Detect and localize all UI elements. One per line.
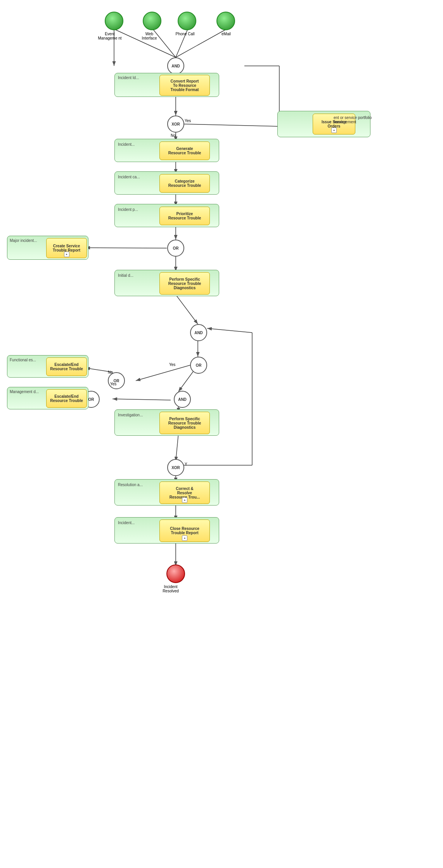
activity-escalate-end-2[interactable]: Management d... Escalate/EndResource Tro…	[7, 387, 88, 409]
gateway-or-2: OR	[190, 357, 207, 374]
task-perform-specific-diagnostics-1[interactable]: Perform SpecificResource TroubleDiagnost…	[159, 272, 210, 295]
start-label-phone-call: Phone Call	[171, 32, 199, 36]
activity-label-generate: Incident...	[118, 142, 135, 147]
activity-escalate-end-1[interactable]: Functional es... Escalate/EndResource Tr…	[7, 355, 88, 378]
start-label-event-management: Event Manageme nt	[96, 32, 123, 40]
label-service-portfolio: ent or service portfoliomanagement	[334, 116, 388, 124]
activity-prioritize-resource-trouble[interactable]: Incident p... PrioritizeResource Trouble	[114, 204, 219, 227]
activity-issue-service-orders[interactable]: Issue ServiceOrders +	[277, 111, 370, 137]
label-no-1: No	[171, 133, 176, 138]
task-correct-resolve[interactable]: Correct &ResolveResource Trou... +	[159, 481, 210, 504]
task-perform-specific-diagnostics-2[interactable]: Perform SpecificResource TroubleDiagnost…	[159, 412, 210, 434]
start-label-web-interface: WebInterface	[136, 32, 163, 40]
task-convert-report[interactable]: Convert ReportTo ResourceTrouble Format	[159, 75, 210, 96]
task-categorize-resource-trouble[interactable]: CategorizeResource Trouble	[159, 174, 210, 193]
activity-perform-specific-diagnostics-2[interactable]: Investigation... Perform SpecificResourc…	[114, 409, 219, 436]
label-yes-2: Yes	[169, 362, 175, 367]
activity-correct-resolve[interactable]: Resolution a... Correct &ResolveResource…	[114, 479, 219, 506]
task-escalate-end-2[interactable]: Escalate/EndResource Trouble	[46, 389, 87, 408]
gateway-and-3: AND	[174, 391, 191, 408]
activity-label-investigation: Investigation...	[118, 413, 143, 417]
svg-line-15	[176, 295, 198, 324]
task-generate-resource-trouble[interactable]: GenerateResource Trouble	[159, 142, 210, 160]
activity-perform-specific-diagnostics-1[interactable]: Initial d... Perform SpecificResource Tr…	[114, 270, 219, 296]
activity-close-resource-trouble-report[interactable]: Incident... Close ResourceTrouble Report…	[114, 517, 219, 544]
gateway-xor-2: XOR	[167, 459, 184, 476]
svg-line-23	[176, 433, 178, 461]
end-label-incident-resolved: IncidentResolved	[157, 585, 184, 593]
start-node-email	[216, 12, 235, 30]
label-no-3: No	[108, 370, 113, 374]
activity-label-initial-d: Initial d...	[118, 273, 133, 278]
svg-line-13	[85, 248, 167, 248]
activity-label-escalate-1: Functional es...	[10, 358, 36, 362]
activity-label-convert: Incident Id...	[118, 76, 139, 80]
svg-line-20	[112, 399, 171, 400]
gateway-and-2: AND	[190, 324, 207, 341]
activity-label-create-service: Major incident...	[10, 238, 37, 243]
label-yes-1: Yes	[185, 119, 191, 123]
activity-convert-report[interactable]: Incident Id... Convert ReportTo Resource…	[114, 73, 219, 97]
activity-categorize-resource-trouble[interactable]: Incident ca... CategorizeResource Troubl…	[114, 171, 219, 195]
task-close-resource-trouble-report[interactable]: Close ResourceTrouble Report +	[159, 519, 210, 542]
activity-label-escalate-2: Management d...	[10, 390, 39, 394]
gateway-xor-1: XOR	[167, 116, 184, 133]
svg-line-17	[136, 365, 190, 381]
activity-label-resolution: Resolution a...	[118, 483, 143, 487]
diagram-container: Event Manageme nt WebInterface Phone Cal…	[0, 0, 443, 868]
svg-line-26	[207, 328, 252, 333]
connector-lines	[0, 0, 443, 868]
activity-label-prioritize: Incident p...	[118, 207, 138, 212]
label-y: Y	[185, 462, 187, 466]
gateway-or-1: OR	[167, 240, 184, 257]
activity-label-categorize: Incident ca...	[118, 175, 140, 179]
gateway-and-1: AND	[167, 57, 184, 74]
start-node-event-management	[105, 12, 123, 30]
activity-label-incident: Incident...	[118, 521, 135, 525]
task-escalate-end-1[interactable]: Escalate/EndResource Trouble	[46, 357, 87, 376]
start-node-web-interface	[143, 12, 161, 30]
start-label-email: eMail	[213, 32, 240, 36]
end-node-incident-resolved	[166, 564, 185, 583]
start-node-phone-call	[178, 12, 196, 30]
task-create-service-trouble-report[interactable]: Create ServiceTrouble Report +	[46, 238, 87, 258]
task-prioritize-resource-trouble[interactable]: PrioritizeResource Trouble	[159, 207, 210, 225]
activity-create-service-trouble-report[interactable]: Major incident... Create ServiceTrouble …	[7, 236, 88, 260]
activity-generate-resource-trouble[interactable]: Incident... GenerateResource Trouble	[114, 139, 219, 162]
gateway-or-3: OR	[108, 372, 125, 389]
label-yes-3: Yes	[110, 382, 116, 386]
